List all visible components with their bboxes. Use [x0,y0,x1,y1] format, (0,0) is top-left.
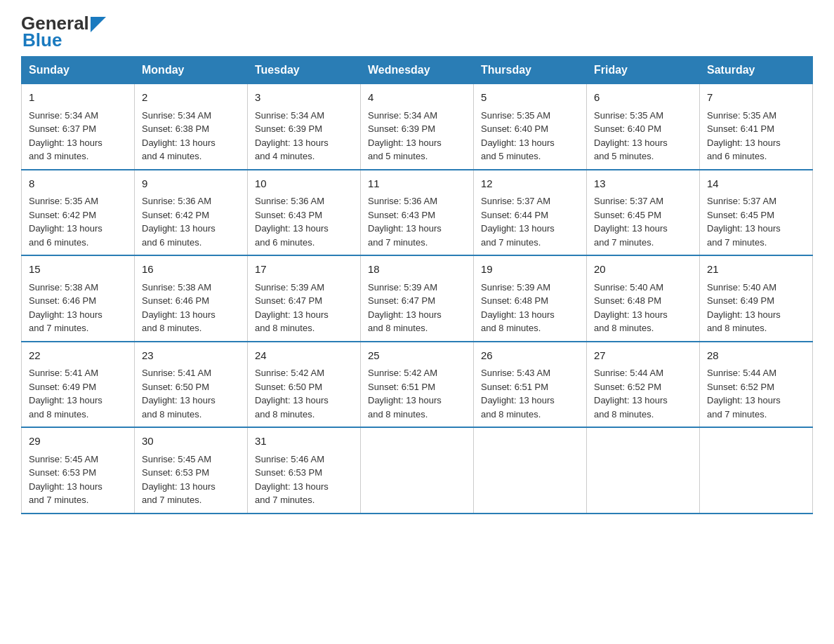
day-number: 1 [29,90,127,106]
calendar-cell: 8 Sunrise: 5:35 AMSunset: 6:42 PMDayligh… [22,170,135,256]
calendar-cell: 3 Sunrise: 5:34 AMSunset: 6:39 PMDayligh… [248,84,361,170]
calendar-week-row: 8 Sunrise: 5:35 AMSunset: 6:42 PMDayligh… [22,170,813,256]
day-number: 28 [707,348,805,364]
logo-blue-text: Blue [22,31,62,49]
day-number: 9 [142,176,240,192]
calendar-cell: 4 Sunrise: 5:34 AMSunset: 6:39 PMDayligh… [361,84,474,170]
day-info: Sunrise: 5:35 AMSunset: 6:40 PMDaylight:… [481,109,579,163]
day-number: 8 [29,176,127,192]
calendar-cell: 16 Sunrise: 5:38 AMSunset: 6:46 PMDaylig… [135,255,248,342]
day-number: 7 [707,90,805,106]
day-number: 15 [29,262,127,278]
day-number: 14 [707,176,805,192]
day-number: 29 [29,434,127,450]
calendar-cell: 28 Sunrise: 5:44 AMSunset: 6:52 PMDaylig… [700,342,813,428]
calendar-cell: 27 Sunrise: 5:44 AMSunset: 6:52 PMDaylig… [587,342,700,428]
day-info: Sunrise: 5:40 AMSunset: 6:49 PMDaylight:… [707,281,805,335]
day-info: Sunrise: 5:34 AMSunset: 6:39 PMDaylight:… [255,109,353,163]
day-number: 16 [142,262,240,278]
day-number: 17 [255,262,353,278]
day-info: Sunrise: 5:41 AMSunset: 6:50 PMDaylight:… [142,366,240,421]
day-info: Sunrise: 5:34 AMSunset: 6:38 PMDaylight:… [142,109,240,163]
day-info: Sunrise: 5:36 AMSunset: 6:43 PMDaylight:… [255,194,353,249]
calendar-cell: 17 Sunrise: 5:39 AMSunset: 6:47 PMDaylig… [248,255,361,342]
calendar-cell: 7 Sunrise: 5:35 AMSunset: 6:41 PMDayligh… [700,84,813,170]
calendar-cell: 13 Sunrise: 5:37 AMSunset: 6:45 PMDaylig… [587,170,700,256]
day-info: Sunrise: 5:42 AMSunset: 6:50 PMDaylight:… [255,366,353,421]
calendar-cell: 12 Sunrise: 5:37 AMSunset: 6:44 PMDaylig… [474,170,587,256]
day-info: Sunrise: 5:35 AMSunset: 6:41 PMDaylight:… [707,109,805,163]
day-info: Sunrise: 5:44 AMSunset: 6:52 PMDaylight:… [707,366,805,421]
calendar-cell: 9 Sunrise: 5:36 AMSunset: 6:42 PMDayligh… [135,170,248,256]
calendar-cell: 2 Sunrise: 5:34 AMSunset: 6:38 PMDayligh… [135,84,248,170]
day-number: 6 [594,90,692,106]
day-number: 24 [255,348,353,364]
header-saturday: Saturday [700,57,813,84]
calendar-cell: 11 Sunrise: 5:36 AMSunset: 6:43 PMDaylig… [361,170,474,256]
calendar-cell: 31 Sunrise: 5:46 AMSunset: 6:53 PMDaylig… [248,427,361,514]
day-number: 4 [368,90,466,106]
calendar-cell: 23 Sunrise: 5:41 AMSunset: 6:50 PMDaylig… [135,342,248,428]
day-number: 23 [142,348,240,364]
day-number: 25 [368,348,466,364]
day-number: 30 [142,434,240,450]
day-number: 5 [481,90,579,106]
calendar-cell [474,427,587,514]
calendar-cell: 14 Sunrise: 5:37 AMSunset: 6:45 PMDaylig… [700,170,813,256]
page-header: General Blue [21,14,813,49]
day-info: Sunrise: 5:35 AMSunset: 6:40 PMDaylight:… [594,109,692,163]
day-info: Sunrise: 5:41 AMSunset: 6:49 PMDaylight:… [29,366,127,421]
calendar-week-row: 29 Sunrise: 5:45 AMSunset: 6:53 PMDaylig… [22,427,813,514]
day-info: Sunrise: 5:36 AMSunset: 6:42 PMDaylight:… [142,194,240,249]
day-info: Sunrise: 5:37 AMSunset: 6:44 PMDaylight:… [481,194,579,249]
day-number: 11 [368,176,466,192]
calendar-week-row: 22 Sunrise: 5:41 AMSunset: 6:49 PMDaylig… [22,342,813,428]
day-info: Sunrise: 5:45 AMSunset: 6:53 PMDaylight:… [142,452,240,507]
day-number: 18 [368,262,466,278]
day-number: 19 [481,262,579,278]
header-sunday: Sunday [22,57,135,84]
day-info: Sunrise: 5:39 AMSunset: 6:47 PMDaylight:… [255,281,353,335]
logo: General Blue [21,14,106,49]
header-wednesday: Wednesday [361,57,474,84]
day-info: Sunrise: 5:36 AMSunset: 6:43 PMDaylight:… [368,194,466,249]
day-info: Sunrise: 5:44 AMSunset: 6:52 PMDaylight:… [594,366,692,421]
calendar-cell: 25 Sunrise: 5:42 AMSunset: 6:51 PMDaylig… [361,342,474,428]
calendar-cell [361,427,474,514]
svg-marker-0 [91,17,106,32]
day-number: 22 [29,348,127,364]
calendar-table: SundayMondayTuesdayWednesdayThursdayFrid… [21,56,813,514]
day-info: Sunrise: 5:45 AMSunset: 6:53 PMDaylight:… [29,452,127,507]
day-number: 20 [594,262,692,278]
day-info: Sunrise: 5:46 AMSunset: 6:53 PMDaylight:… [255,452,353,507]
calendar-cell: 21 Sunrise: 5:40 AMSunset: 6:49 PMDaylig… [700,255,813,342]
day-number: 13 [594,176,692,192]
day-info: Sunrise: 5:38 AMSunset: 6:46 PMDaylight:… [29,281,127,335]
day-number: 26 [481,348,579,364]
calendar-cell: 5 Sunrise: 5:35 AMSunset: 6:40 PMDayligh… [474,84,587,170]
day-info: Sunrise: 5:37 AMSunset: 6:45 PMDaylight:… [707,194,805,249]
calendar-cell [700,427,813,514]
calendar-header-row: SundayMondayTuesdayWednesdayThursdayFrid… [22,57,813,84]
day-number: 12 [481,176,579,192]
header-thursday: Thursday [474,57,587,84]
calendar-cell: 26 Sunrise: 5:43 AMSunset: 6:51 PMDaylig… [474,342,587,428]
calendar-cell: 6 Sunrise: 5:35 AMSunset: 6:40 PMDayligh… [587,84,700,170]
day-info: Sunrise: 5:34 AMSunset: 6:37 PMDaylight:… [29,109,127,163]
header-monday: Monday [135,57,248,84]
day-info: Sunrise: 5:43 AMSunset: 6:51 PMDaylight:… [481,366,579,421]
calendar-cell: 10 Sunrise: 5:36 AMSunset: 6:43 PMDaylig… [248,170,361,256]
calendar-week-row: 15 Sunrise: 5:38 AMSunset: 6:46 PMDaylig… [22,255,813,342]
calendar-cell: 19 Sunrise: 5:39 AMSunset: 6:48 PMDaylig… [474,255,587,342]
day-info: Sunrise: 5:39 AMSunset: 6:48 PMDaylight:… [481,281,579,335]
calendar-cell: 30 Sunrise: 5:45 AMSunset: 6:53 PMDaylig… [135,427,248,514]
calendar-cell: 20 Sunrise: 5:40 AMSunset: 6:48 PMDaylig… [587,255,700,342]
day-info: Sunrise: 5:34 AMSunset: 6:39 PMDaylight:… [368,109,466,163]
calendar-cell [587,427,700,514]
calendar-cell: 18 Sunrise: 5:39 AMSunset: 6:47 PMDaylig… [361,255,474,342]
day-info: Sunrise: 5:42 AMSunset: 6:51 PMDaylight:… [368,366,466,421]
day-number: 10 [255,176,353,192]
calendar-cell: 15 Sunrise: 5:38 AMSunset: 6:46 PMDaylig… [22,255,135,342]
calendar-week-row: 1 Sunrise: 5:34 AMSunset: 6:37 PMDayligh… [22,84,813,170]
day-info: Sunrise: 5:37 AMSunset: 6:45 PMDaylight:… [594,194,692,249]
